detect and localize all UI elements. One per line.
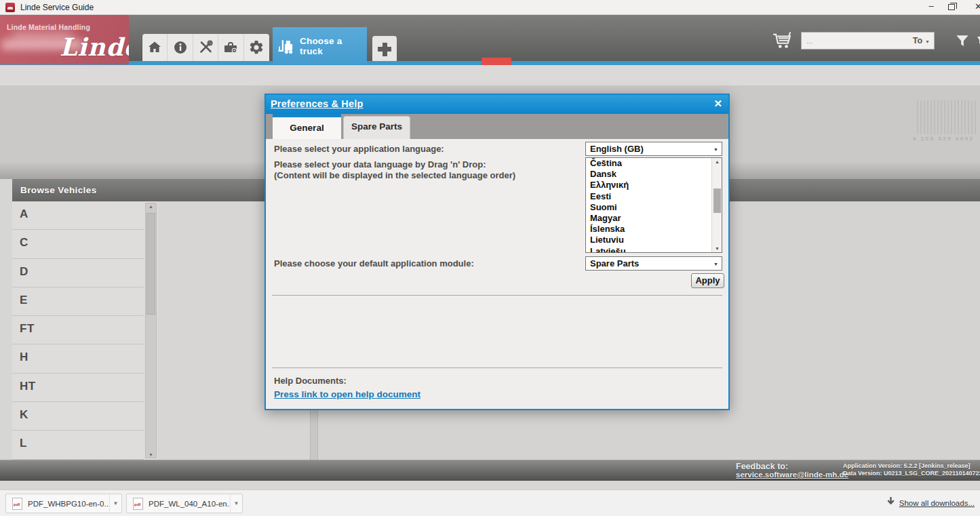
add-tab-button[interactable] (372, 36, 397, 64)
vehicle-letter-row[interactable]: C (12, 230, 144, 258)
download-arrow-icon (886, 496, 895, 509)
search-box[interactable]: ... To ▼ (801, 32, 935, 49)
app-icon (5, 3, 15, 12)
version-info: Application Version: 5.2.2 [Jenkins_rele… (843, 462, 979, 477)
download-file-name[interactable]: PDF_WHBPG10-en-0....pdf (28, 500, 109, 508)
download-file-name[interactable]: PDF_WL_040_A10-en....p... (149, 500, 230, 508)
scrollbar-thumb[interactable] (713, 188, 721, 213)
window-maximize-button[interactable] (948, 4, 955, 10)
brand-tagline: Linde Material Handling (7, 23, 90, 31)
downloads-bar: PDF_WHBPG10-en-0....pdf ▼ PDF_WL_040_A10… (0, 490, 980, 516)
download-item[interactable]: PDF_WL_040_A10-en....p... ▼ (126, 494, 243, 513)
language-option[interactable]: Lietuviu (586, 235, 722, 245)
vehicle-letter-row[interactable]: FT (12, 316, 144, 344)
data-language-listbox[interactable]: ČeštinaDanskΕλληνικήEestiSuomiMagyarÍsle… (585, 157, 722, 253)
scrollbar-thumb[interactable] (146, 213, 155, 315)
language-option[interactable]: Latviešu (586, 246, 722, 253)
vehicle-letter-row[interactable]: D (12, 259, 144, 287)
forklift-icon (277, 36, 297, 56)
chevron-down-icon[interactable]: ▼ (925, 39, 930, 44)
cart-button[interactable] (770, 30, 793, 50)
browse-vehicles-panel: ACDEFTHHTKL ▲ ▼ (12, 201, 157, 460)
edge-cropped-icon (977, 33, 980, 50)
info-icon (172, 39, 189, 58)
scroll-down-icon[interactable]: ▼ (146, 452, 156, 457)
dialog-title: Preferences & Help (271, 98, 364, 109)
vehicle-letter-row[interactable]: HT (12, 374, 144, 402)
dialog-titlebar: Preferences & Help ✕ (266, 95, 728, 114)
filter-button[interactable] (954, 33, 971, 50)
tab-general[interactable]: General (273, 114, 341, 139)
feedback-email-link[interactable]: service.software@linde-mh.de (736, 471, 848, 479)
language-option-list: ČeštinaDanskΕλληνικήEestiSuomiMagyarÍsle… (586, 158, 722, 253)
pdf-file-icon (12, 498, 22, 510)
search-scope-selector[interactable]: To (913, 36, 922, 45)
vehicle-letter-row[interactable]: H (12, 344, 144, 373)
module-select[interactable]: Spare Parts ▼ (585, 256, 722, 271)
chevron-down-icon[interactable]: ▼ (230, 494, 242, 513)
window-minimize-button[interactable]: – (921, 0, 941, 15)
window-title: Linde Service Guide (20, 3, 94, 12)
vehicle-letter-row[interactable]: K (12, 402, 144, 431)
content-band (0, 65, 980, 85)
window-titlebar: Linde Service Guide – ✕ (0, 0, 980, 15)
scroll-down-icon[interactable]: ▼ (712, 246, 722, 251)
info-button[interactable] (168, 34, 193, 64)
linde-logo: Linde (60, 33, 129, 61)
divider (272, 295, 722, 296)
apply-button[interactable]: Apply (691, 273, 724, 288)
main-toolbar (142, 34, 269, 64)
download-item[interactable]: PDF_WHBPG10-en-0....pdf ▼ (5, 494, 122, 513)
module-label: Please choose your default application m… (274, 258, 474, 269)
page-gap (0, 481, 980, 490)
language-option[interactable]: Íslenska (586, 224, 722, 235)
vehicle-letter-list: ACDEFTHHTKL (12, 201, 144, 460)
language-option[interactable]: Čeština (586, 158, 722, 169)
preferences-help-dialog: Preferences & Help ✕ General Spare Parts… (264, 94, 730, 410)
vehicle-list-scrollbar[interactable]: ▲ ▼ (145, 203, 157, 458)
language-option[interactable]: Dansk (586, 169, 722, 180)
listbox-scrollbar[interactable]: ▲ ▼ (711, 158, 722, 252)
toolbox-icon (222, 39, 239, 58)
language-option[interactable]: Ελληνική (586, 180, 722, 191)
barcode-image (917, 100, 978, 134)
tab-choose-a-truck[interactable]: Choose a truck (273, 27, 367, 64)
tab-spare-parts[interactable]: Spare Parts (343, 116, 410, 139)
scroll-up-icon[interactable]: ▲ (712, 159, 722, 164)
help-document-link[interactable]: Press link to open help document (274, 389, 420, 399)
application-version: Application Version: 5.2.2 [Jenkins_rele… (843, 462, 979, 470)
pdf-file-icon (133, 498, 143, 510)
tab-label: Choose a truck (300, 36, 367, 56)
service-tools-button[interactable] (193, 34, 218, 64)
barcode-number: 4 103 329 4902 (913, 136, 980, 142)
show-all-downloads-label[interactable]: Show all downloads... (899, 499, 975, 507)
vehicle-letter-row[interactable]: E (12, 287, 144, 316)
scroll-up-icon[interactable]: ▲ (146, 204, 156, 209)
cart-icon (770, 41, 793, 52)
vehicle-letter-row[interactable]: A (12, 201, 144, 230)
window-close-button[interactable]: ✕ (975, 1, 980, 14)
toolbox-button[interactable] (218, 34, 243, 64)
settings-button[interactable] (244, 34, 269, 64)
selected-module: Spare Parts (590, 258, 639, 269)
browse-vehicles-title: Browse Vehicles (20, 185, 97, 195)
show-all-downloads-link[interactable]: Show all downloads... (886, 496, 975, 509)
app-language-label: Please select your application language: (274, 144, 444, 154)
language-option[interactable]: Eesti (586, 191, 722, 202)
dialog-tabstrip: General Spare Parts (266, 114, 728, 139)
gear-icon (248, 39, 264, 58)
app-language-select[interactable]: English (GB) ▼ (585, 142, 722, 156)
header-progress-segment (482, 58, 511, 65)
language-option[interactable]: Suomi (586, 202, 722, 213)
search-input[interactable]: ... (806, 37, 913, 45)
selected-app-language: English (GB) (590, 144, 644, 154)
chevron-down-icon: ▼ (713, 262, 718, 266)
home-button[interactable] (142, 34, 168, 64)
data-language-label: Please select your data language by Drag… (274, 159, 486, 170)
language-option[interactable]: Magyar (586, 213, 722, 224)
chevron-down-icon[interactable]: ▼ (109, 494, 121, 513)
vehicle-letter-row[interactable]: L (12, 431, 144, 459)
help-documents-heading: Help Documents: (274, 376, 347, 386)
home-icon (146, 39, 163, 58)
dialog-close-button[interactable]: ✕ (713, 98, 722, 110)
